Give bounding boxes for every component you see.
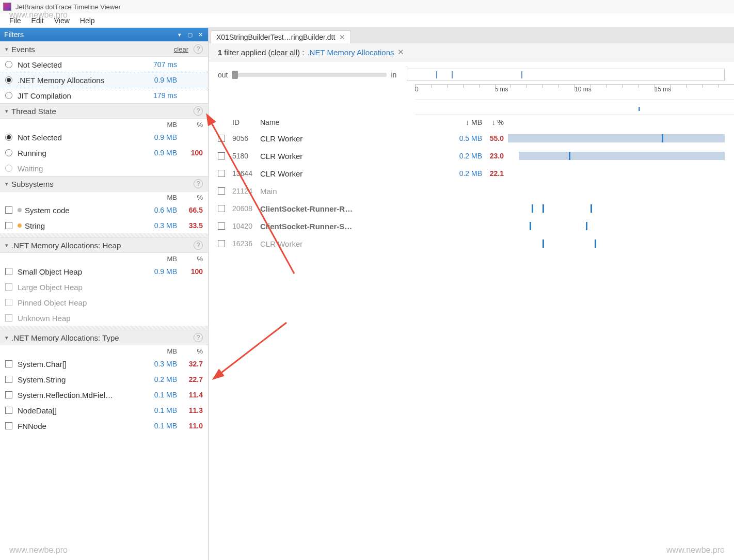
checkbox-icon[interactable] bbox=[218, 152, 225, 159]
checkbox-icon[interactable] bbox=[5, 391, 12, 398]
thread-state-row[interactable]: Running0.9 MB100 bbox=[0, 145, 208, 161]
thread-mb: 0.5 MB bbox=[446, 134, 482, 142]
thread-state-row[interactable]: Not Selected0.9 MB bbox=[0, 130, 208, 145]
thread-timeline[interactable] bbox=[508, 238, 725, 249]
thread-name: ClientSocket-Runner-R… bbox=[260, 204, 446, 213]
heap-row[interactable]: Large Object Heap bbox=[0, 279, 208, 295]
heap-row[interactable]: Unknown Heap bbox=[0, 310, 208, 326]
checkbox-icon[interactable] bbox=[218, 135, 225, 142]
thread-timeline[interactable] bbox=[508, 203, 725, 214]
thread-timeline[interactable] bbox=[508, 221, 725, 231]
checkbox-icon[interactable] bbox=[218, 240, 225, 247]
ruler-tick bbox=[479, 85, 480, 88]
clear-all-link[interactable]: clear all bbox=[270, 48, 297, 57]
checkbox-icon[interactable] bbox=[5, 407, 12, 414]
thread-state-row[interactable]: Waiting bbox=[0, 161, 208, 176]
color-dot-icon bbox=[18, 208, 22, 212]
events-row[interactable]: .NET Memory Allocations0.9 MB bbox=[0, 72, 208, 88]
events-row[interactable]: JIT Compilation179 ms bbox=[0, 88, 208, 103]
filter-tag[interactable]: .NET Memory Allocations ✕ bbox=[307, 47, 404, 57]
type-row[interactable]: FNNode0.1 MB11.0 bbox=[0, 418, 208, 434]
timeline-minitrack bbox=[415, 100, 734, 115]
document-tab[interactable]: X01StringBuilderTest…ringBuilder.dtt ✕ bbox=[211, 30, 351, 43]
thread-id: 5180 bbox=[232, 152, 260, 160]
subsystems-row[interactable]: String0.3 MB33.5 bbox=[0, 218, 208, 233]
row-label: System.String bbox=[18, 375, 143, 384]
heap-row[interactable]: Small Object Heap0.9 MB100 bbox=[0, 264, 208, 279]
help-icon[interactable]: ? bbox=[194, 106, 203, 116]
zoom-slider[interactable] bbox=[232, 73, 387, 77]
radio-icon[interactable] bbox=[5, 61, 12, 68]
checkbox-icon[interactable] bbox=[5, 222, 12, 229]
heap-row[interactable]: Pinned Object Heap bbox=[0, 295, 208, 310]
thread-row[interactable]: 16236CLR Worker bbox=[209, 235, 734, 252]
radio-icon[interactable] bbox=[5, 134, 12, 141]
type-row[interactable]: System.Char[]0.3 MB32.7 bbox=[0, 356, 208, 372]
help-icon[interactable]: ? bbox=[194, 44, 203, 54]
thread-row[interactable]: 20608ClientSocket-Runner-R… bbox=[209, 200, 734, 217]
help-icon[interactable]: ? bbox=[194, 179, 203, 188]
events-row[interactable]: Not Selected707 ms bbox=[0, 57, 208, 72]
checkbox-icon[interactable] bbox=[5, 283, 12, 291]
checkbox-icon[interactable] bbox=[5, 268, 12, 275]
thread-row[interactable]: 13644CLR Worker0.2 MB22.1 bbox=[209, 165, 734, 182]
checkbox-icon[interactable] bbox=[5, 314, 12, 322]
menu-help[interactable]: Help bbox=[75, 14, 100, 27]
menu-file[interactable]: File bbox=[4, 14, 26, 27]
row-pct: 33.5 bbox=[177, 221, 203, 230]
thread-row[interactable]: 10420ClientSocket-Runner-S… bbox=[209, 217, 734, 235]
titlebar: JetBrains dotTrace Timeline Viewer bbox=[0, 0, 734, 13]
chevron-down-icon: ▾ bbox=[5, 108, 8, 115]
filter-tag-remove-icon[interactable]: ✕ bbox=[397, 47, 404, 57]
heap-cols: MB% bbox=[0, 253, 208, 264]
radio-icon[interactable] bbox=[5, 92, 12, 99]
section-thread-state-title: Thread State bbox=[11, 107, 56, 116]
checkbox-icon[interactable] bbox=[5, 206, 12, 214]
pin-icon[interactable]: ▢ bbox=[186, 31, 194, 38]
row-mb: 0.3 MB bbox=[143, 221, 177, 230]
row-label: JIT Compilation bbox=[18, 91, 143, 100]
thread-row[interactable]: 5180CLR Worker0.2 MB23.0 bbox=[209, 147, 734, 165]
checkbox-icon[interactable] bbox=[5, 360, 12, 367]
dropdown-icon[interactable]: ▾ bbox=[176, 31, 183, 38]
timeline-overview[interactable] bbox=[407, 69, 725, 81]
chevron-down-icon: ▾ bbox=[5, 242, 8, 249]
thread-timeline[interactable] bbox=[508, 186, 725, 196]
help-icon[interactable]: ? bbox=[194, 333, 203, 342]
checkbox-icon[interactable] bbox=[5, 376, 12, 383]
type-row[interactable]: NodeData[]0.1 MB11.3 bbox=[0, 403, 208, 418]
section-type[interactable]: ▾ .NET Memory Allocations: Type ? bbox=[0, 330, 208, 345]
radio-icon[interactable] bbox=[5, 76, 12, 84]
thread-timeline[interactable] bbox=[508, 168, 725, 179]
row-mb: 0.3 MB bbox=[143, 360, 177, 368]
thread-row[interactable]: 21124Main bbox=[209, 182, 734, 200]
checkbox-icon[interactable] bbox=[218, 187, 225, 195]
thread-timeline[interactable] bbox=[508, 133, 725, 143]
checkbox-icon[interactable] bbox=[218, 170, 225, 177]
thread-timeline[interactable] bbox=[508, 151, 725, 161]
menu-view[interactable]: View bbox=[49, 14, 75, 27]
menu-edit[interactable]: Edit bbox=[26, 14, 49, 27]
section-subsystems[interactable]: ▾ Subsystems ? bbox=[0, 176, 208, 191]
zoom-out-label: out bbox=[218, 71, 228, 79]
row-label: NodeData[] bbox=[18, 406, 143, 415]
thread-row[interactable]: 9056CLR Worker0.5 MB55.0 bbox=[209, 130, 734, 147]
events-clear[interactable]: clear bbox=[174, 45, 188, 53]
tab-close-icon[interactable]: ✕ bbox=[339, 33, 345, 41]
section-events[interactable]: ▾ Events clear ? bbox=[0, 41, 208, 57]
section-heap[interactable]: ▾ .NET Memory Allocations: Heap ? bbox=[0, 237, 208, 253]
radio-icon[interactable] bbox=[5, 149, 12, 156]
type-row[interactable]: System.Reflection.MdFiel…0.1 MB11.4 bbox=[0, 387, 208, 403]
subsystems-row[interactable]: System code0.6 MB66.5 bbox=[0, 202, 208, 218]
type-row[interactable]: System.String0.2 MB22.7 bbox=[0, 372, 208, 387]
checkbox-icon[interactable] bbox=[5, 422, 12, 429]
section-thread-state[interactable]: ▾ Thread State ? bbox=[0, 103, 208, 119]
slider-thumb[interactable] bbox=[232, 71, 238, 79]
help-icon[interactable]: ? bbox=[194, 241, 203, 250]
checkbox-icon[interactable] bbox=[218, 222, 225, 230]
checkbox-icon[interactable] bbox=[5, 299, 12, 306]
close-icon[interactable]: ✕ bbox=[197, 31, 204, 38]
checkbox-icon[interactable] bbox=[218, 205, 225, 212]
row-label: .NET Memory Allocations bbox=[18, 76, 143, 85]
radio-icon[interactable] bbox=[5, 165, 12, 172]
